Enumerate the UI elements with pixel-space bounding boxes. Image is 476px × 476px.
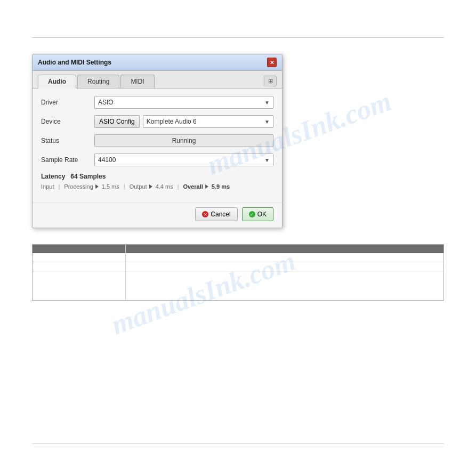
- driver-control: ASIO ▼: [94, 96, 273, 109]
- overall-value: 5.9 ms: [212, 183, 230, 190]
- cancel-button[interactable]: ✕ Cancel: [195, 207, 237, 221]
- latency-row: Latency 64 Samples: [41, 173, 273, 180]
- data-table: [32, 244, 444, 301]
- dialog-titlebar: Audio and MIDI Settings ✕: [33, 54, 282, 71]
- pipe-1: |: [58, 183, 60, 190]
- status-field: Running: [94, 134, 273, 147]
- driver-select-value: ASIO: [98, 99, 114, 106]
- sample-rate-value: 44100: [98, 156, 116, 164]
- driver-label: Driver: [41, 99, 94, 106]
- table-header-col2: [126, 245, 444, 254]
- latency-label: Latency: [41, 173, 65, 180]
- processing-label: Processing: [64, 183, 93, 190]
- overall-label: Overall: [183, 183, 203, 190]
- input-label: Input: [41, 183, 54, 190]
- device-label: Device: [41, 118, 94, 125]
- device-select-value: Komplete Audio 6: [147, 118, 197, 125]
- device-dropdown-arrow: ▼: [264, 119, 270, 125]
- table-cell-1-2: [126, 253, 444, 262]
- device-control: ASIO Config Komplete Audio 6 ▼: [94, 115, 273, 128]
- cancel-label: Cancel: [211, 211, 230, 218]
- sample-rate-select[interactable]: 44100 ▼: [94, 154, 273, 166]
- table-header-row: [33, 245, 444, 254]
- pipe-2: |: [124, 183, 125, 190]
- sample-rate-dropdown-arrow: ▼: [264, 157, 270, 163]
- status-label: Status: [41, 137, 94, 144]
- sample-rate-row: Sample Rate 44100 ▼: [41, 154, 273, 166]
- asio-config-button[interactable]: ASIO Config: [94, 115, 140, 128]
- table-cell-1-1: [33, 253, 126, 262]
- table-cell-2-2: [126, 262, 444, 271]
- output-label: Output: [130, 183, 147, 190]
- close-button[interactable]: ✕: [267, 58, 277, 67]
- tab-routing[interactable]: Routing: [77, 75, 119, 88]
- audio-midi-settings-dialog: Audio and MIDI Settings ✕ Audio Routing …: [32, 54, 283, 228]
- table-section: [32, 244, 444, 301]
- tab-midi[interactable]: MIDI: [120, 75, 154, 88]
- pipe-3: |: [178, 183, 179, 190]
- driver-row: Driver ASIO ▼: [41, 96, 273, 109]
- tab-audio[interactable]: Audio: [38, 75, 76, 88]
- sample-rate-control: 44100 ▼: [94, 154, 273, 166]
- dialog-footer: ✕ Cancel ✓ OK: [33, 203, 282, 228]
- device-select[interactable]: Komplete Audio 6 ▼: [143, 115, 273, 128]
- help-icon: ⊞: [268, 78, 273, 85]
- ok-label: OK: [257, 211, 267, 218]
- processing-value: 1.5 ms: [102, 183, 119, 190]
- dialog-title: Audio and MIDI Settings: [38, 59, 111, 66]
- table-cell-3-2: [126, 271, 444, 301]
- status-row: Status Running: [41, 134, 273, 147]
- cancel-icon: ✕: [202, 211, 208, 217]
- driver-dropdown-arrow: ▼: [264, 100, 270, 106]
- table-header-col1: [33, 245, 126, 254]
- input-processing-row: Input | Processing 1.5 ms | Output 4.4 m…: [41, 183, 273, 190]
- table-cell-3-1: [33, 271, 126, 301]
- table-row: [33, 271, 444, 301]
- table-row: [33, 253, 444, 262]
- status-control: Running: [94, 134, 273, 147]
- dialog-body: Driver ASIO ▼ Device ASIO Config Kom: [33, 88, 282, 203]
- overall-arrow-icon: [205, 184, 208, 189]
- output-arrow-icon: [149, 184, 152, 189]
- ok-icon: ✓: [249, 211, 255, 217]
- device-row: Device ASIO Config Komplete Audio 6 ▼: [41, 115, 273, 128]
- bottom-divider: [32, 443, 444, 444]
- processing-arrow-icon: [95, 184, 99, 189]
- sample-rate-label: Sample Rate: [41, 156, 94, 164]
- latency-value: 64 Samples: [70, 173, 106, 180]
- output-value: 4.4 ms: [156, 183, 173, 190]
- ok-button[interactable]: ✓ OK: [242, 207, 273, 221]
- table-row: [33, 262, 444, 271]
- help-icon-button[interactable]: ⊞: [264, 76, 277, 86]
- table-cell-2-1: [33, 262, 126, 271]
- close-icon: ✕: [270, 60, 274, 66]
- dialog-tabs: Audio Routing MIDI ⊞: [33, 71, 282, 88]
- driver-select[interactable]: ASIO ▼: [94, 96, 273, 109]
